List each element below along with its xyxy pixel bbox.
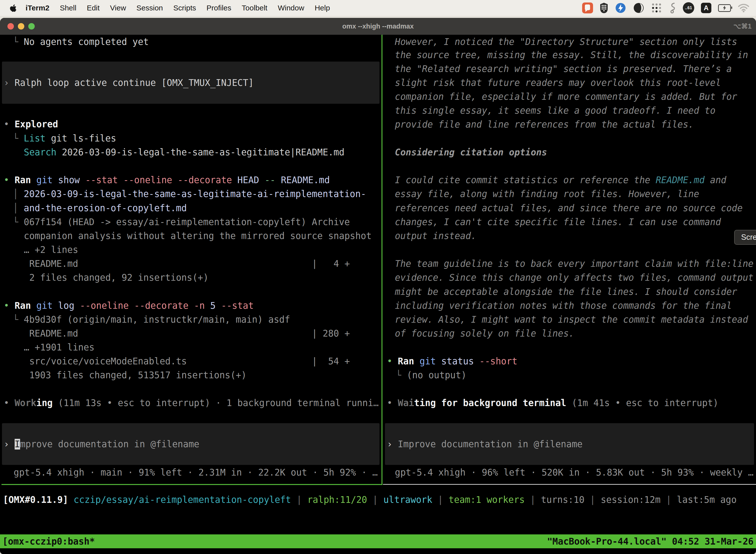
wifi-icon[interactable] <box>738 3 750 12</box>
terminal-line: └ 4b9d30f (origin/main, instructkr/main,… <box>13 313 290 326</box>
battery-icon[interactable] <box>718 4 731 12</box>
terminal-line: 1903 files changed, 513517 insertions(+) <box>24 368 247 382</box>
menu-item-help[interactable]: Help <box>310 4 335 12</box>
terminal-line: output instead. <box>395 229 477 243</box>
terminal-line: companion file, especially if more comme… <box>395 90 737 104</box>
terminal-line: … +1901 lines <box>24 340 94 354</box>
right-pane[interactable]: However, I noticed the "Directory Struct… <box>383 35 756 484</box>
menu-item-window[interactable]: Window <box>272 4 310 12</box>
terminal-line: src/voice/voiceModeEnabled.ts | 54 + <box>24 354 350 368</box>
terminal-line: provide file and line references from th… <box>395 117 694 131</box>
menu-item-iterm2[interactable]: iTerm2 <box>20 4 55 12</box>
menu-item-toolbelt[interactable]: Toolbelt <box>237 4 272 12</box>
keypad-shield-icon[interactable] <box>600 2 608 14</box>
terminal-line: └ (no output) <box>396 368 466 382</box>
menu-item-scripts[interactable]: Scripts <box>168 4 201 12</box>
terminal-line: this single essay, it seems like a good … <box>395 104 715 117</box>
terminal-line: │ and-the-erosion-of-copyleft.md <box>13 201 187 215</box>
terminal-line: references need actual files, and since … <box>395 201 743 215</box>
menu-bar-status-icons: ..61 A <box>582 2 756 14</box>
terminal-line: … +2 lines <box>24 243 78 257</box>
screen: iTerm2 Shell Edit View Session Scripts P… <box>0 0 756 554</box>
dots-grid-icon[interactable] <box>651 2 662 13</box>
terminal-line: including verification notes with those … <box>395 298 732 313</box>
terminal-line: • Waiting for background terminal (1m 41… <box>387 396 718 410</box>
apple-menu-icon[interactable] <box>10 4 17 12</box>
left-pane-bottom-border <box>1 484 382 485</box>
terminal-line: • Ran git status --short <box>387 354 517 368</box>
usage-badge-icon[interactable]: ..61 <box>683 2 694 14</box>
terminal-line: Considering citation options <box>395 145 547 159</box>
terminal-line: README.md | 4 + <box>24 257 350 271</box>
blue-badge-icon[interactable] <box>615 2 626 14</box>
window-shortcut-badge: ⌥⌘1 <box>734 18 752 35</box>
pie-chart-icon[interactable] <box>633 2 644 14</box>
terminal-line: • Ran git show --stat --oneline --decora… <box>4 173 330 187</box>
terminal-line: However, I noticed the "Directory Struct… <box>395 35 737 49</box>
tooltip-label: Scre <box>741 233 756 242</box>
terminal-line: the source tree, missing the essay. Stil… <box>395 48 748 62</box>
menu-bar: iTerm2 Shell Edit View Session Scripts P… <box>0 0 756 16</box>
terminal-line: of focusing solely on file lines. <box>395 326 574 340</box>
left-pane[interactable]: └ No agents completed yet› Ralph loop ac… <box>0 35 381 484</box>
terminal-line: └ No agents completed yet <box>13 35 149 49</box>
iterm-window: omx --xhigh --madmax ⌥⌘1 └ No agents com… <box>0 18 756 554</box>
terminal-line: the "Related research writing" section i… <box>395 62 732 76</box>
tmux-status-bar: [omx-cczip0:bash* "MacBook-Pro-44.local"… <box>0 535 756 548</box>
menu-item-profiles[interactable]: Profiles <box>201 4 236 12</box>
terminal-line: gpt-5.4 xhigh · 96% left · 520K in · 5.8… <box>395 465 754 479</box>
terminal-line: I could cite commit statistics or refere… <box>395 173 726 187</box>
tmux-session-label: [omx-cczip0:bash* <box>2 536 95 547</box>
right-pane-bottom-border <box>383 484 756 485</box>
terminal-line: essay file, along with finding root file… <box>395 187 699 201</box>
menu-item-view[interactable]: View <box>105 4 131 12</box>
screen-tooltip: Scre <box>734 230 756 245</box>
terminal-line: • Explored <box>4 117 58 131</box>
hook-figure-icon[interactable] <box>669 2 676 14</box>
terminal-line: • Ran git log --oneline --decorate -n 5 … <box>4 298 254 313</box>
window-title: omx --xhigh --madmax <box>0 18 756 35</box>
tmux-host-time: "MacBook-Pro-44.local" 04:52 31-Mar-26 <box>547 536 754 547</box>
terminal-line: └ 067f154 (HEAD -> essay/ai-reimplementa… <box>13 215 350 229</box>
terminal-line: might be acceptable alongside the file l… <box>395 285 737 298</box>
terminal-line: gpt-5.4 xhigh · main · 91% left · 2.31M … <box>14 465 378 479</box>
terminal-line: changes, I can't cite specific file line… <box>395 215 721 229</box>
terminal-line: │ 2026-03-09-is-legal-the-same-as-legiti… <box>13 187 366 201</box>
terminal-line: The team guideline is to back every impo… <box>395 257 754 271</box>
window-titlebar[interactable]: omx --xhigh --madmax ⌥⌘1 <box>0 18 756 35</box>
terminal-line: • Working (11m 13s • esc to interrupt) ·… <box>4 396 379 410</box>
terminal-line: › Improve documentation in @filename <box>4 437 199 451</box>
pane-divider[interactable] <box>381 35 382 485</box>
terminal-line: └ List git ls-files <box>13 131 116 145</box>
chat-app-icon[interactable] <box>582 2 593 13</box>
menu-item-session[interactable]: Session <box>131 4 168 12</box>
letter-a-icon[interactable]: A <box>701 3 711 13</box>
terminal-line: README.md | 280 + <box>24 326 350 340</box>
terminal-line: evidence. Since this change only affects… <box>395 271 754 284</box>
terminal-line: review. Also, I might want to inspect th… <box>395 313 748 326</box>
menu-item-shell[interactable]: Shell <box>55 4 82 12</box>
terminal-line: [OMX#0.11.9] cczip/essay/ai-reimplementa… <box>3 493 737 507</box>
terminal-line: › Improve documentation in @filename <box>387 437 583 451</box>
menu-item-edit[interactable]: Edit <box>82 4 105 12</box>
terminal-line: companion analysis without altering the … <box>24 229 372 243</box>
terminal-line: 2 files changed, 92 insertions(+) <box>24 271 208 284</box>
terminal-line: › Ralph loop active continue [OMX_TMUX_I… <box>4 76 254 90</box>
terminal-line: Search 2026-03-09-is-legal-the-same-as-l… <box>24 145 344 159</box>
terminal-line: slight risk that future readers may over… <box>395 76 721 90</box>
omx-status-line: [OMX#0.11.9] cczip/essay/ai-reimplementa… <box>3 493 755 507</box>
